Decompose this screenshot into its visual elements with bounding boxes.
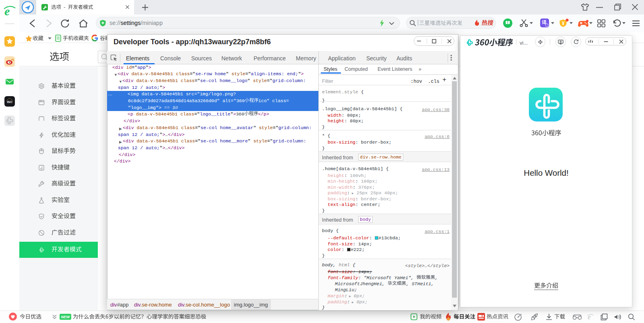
- svg-text:ISC: ISC: [7, 100, 12, 104]
